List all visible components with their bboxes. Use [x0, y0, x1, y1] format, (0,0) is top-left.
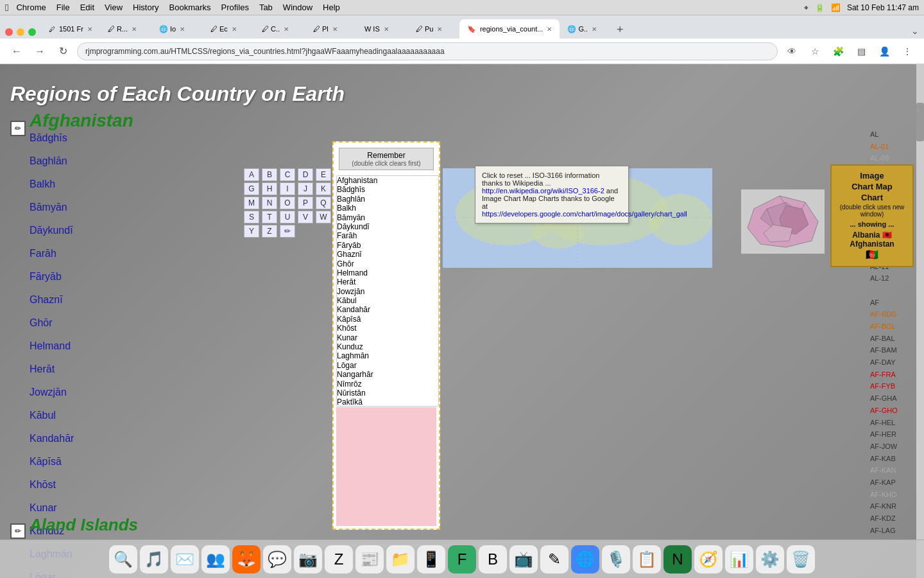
- alpha-n[interactable]: N: [262, 197, 277, 209]
- iso-af-kan[interactable]: AF-KAN: [870, 464, 921, 477]
- region-daykundi[interactable]: Dāykundī: [30, 225, 196, 236]
- tab-g[interactable]: 🌐 G.. ✕: [560, 19, 611, 39]
- tab-pl[interactable]: 🖊 Pl ✕: [305, 19, 357, 39]
- alpha-t[interactable]: T: [262, 211, 277, 223]
- iso-al-12[interactable]: AL-12: [870, 272, 921, 285]
- tab-c[interactable]: 🖊 C.. ✕: [254, 19, 305, 39]
- menu-bookmarks[interactable]: Bookmarks: [164, 3, 216, 12]
- dropdown-option-kandahar[interactable]: Kandahār: [337, 305, 438, 314]
- tab-close-8[interactable]: ✕: [437, 26, 442, 33]
- edit-icon-top[interactable]: ✏: [10, 121, 26, 136]
- alpha-c[interactable]: C: [280, 168, 295, 181]
- iso-af-knr[interactable]: AF-KNR: [870, 500, 921, 512]
- alpha-g[interactable]: G: [244, 182, 259, 195]
- iso-af-bam[interactable]: AF-BAM: [870, 344, 921, 356]
- region-faryab[interactable]: Fāryāb: [30, 271, 196, 283]
- dropdown-option-jowzjan[interactable]: Jowzjān: [337, 287, 438, 296]
- tab-close-4[interactable]: ✕: [232, 26, 237, 33]
- dropdown-option-daykundi[interactable]: Dāykundī: [337, 222, 438, 231]
- region-badghis[interactable]: Bādghīs: [30, 132, 196, 144]
- iso-af-bal[interactable]: AF-BAL: [870, 333, 921, 345]
- dock-podcasts[interactable]: 🎙️: [602, 545, 630, 574]
- dock-filezilla[interactable]: F: [448, 545, 476, 574]
- dock-netnewswire[interactable]: 📰: [355, 545, 384, 574]
- iso-af-kap[interactable]: AF-KAP: [870, 477, 921, 489]
- iso-af-fra[interactable]: AF-FRA: [870, 369, 921, 381]
- close-window-btn[interactable]: [5, 28, 13, 36]
- dropdown-option-kabul[interactable]: Kābul: [337, 296, 438, 305]
- tab-regions[interactable]: 🔖 regions_via_count... ✕: [459, 19, 560, 39]
- dock-numbers[interactable]: N: [663, 545, 692, 574]
- dropdown-option-herat[interactable]: Herāt: [337, 277, 438, 286]
- alpha-d[interactable]: D: [298, 168, 313, 181]
- menu-help[interactable]: Help: [318, 3, 345, 12]
- iso-af-fyb[interactable]: AF-FYB: [870, 380, 921, 392]
- alpha-s[interactable]: S: [244, 211, 259, 223]
- iso-al[interactable]: AL: [870, 128, 921, 141]
- iso-af[interactable]: AF: [870, 297, 921, 309]
- iso-af-bdg[interactable]: AF-BDG: [870, 308, 921, 320]
- dropdown-option-ghazni[interactable]: Ghaznī: [337, 250, 438, 259]
- reload-button[interactable]: ↻: [54, 42, 72, 60]
- dock-bezel[interactable]: 📱: [417, 545, 445, 574]
- dropdown-option-farah[interactable]: Farāh: [337, 231, 438, 240]
- dock-zoom[interactable]: Z: [325, 545, 353, 574]
- dropdown-option-badghis[interactable]: Bādghīs: [337, 185, 438, 194]
- iso-af-lag[interactable]: AF-LAG: [870, 525, 921, 537]
- region-baghlan[interactable]: Baghlān: [30, 155, 196, 167]
- tab-close-6[interactable]: ✕: [332, 26, 338, 33]
- region-khost[interactable]: Khōst: [30, 479, 196, 491]
- dock-appletvplus[interactable]: 📺: [509, 545, 538, 574]
- iso-af-jow[interactable]: AF-JOW: [870, 441, 921, 453]
- tab-close-1[interactable]: ✕: [87, 26, 92, 33]
- new-tab-button[interactable]: +: [611, 21, 629, 39]
- region-ghor[interactable]: Ghōr: [30, 317, 196, 329]
- alpha-a[interactable]: A: [244, 168, 259, 181]
- iso-af-gho[interactable]: AF-GHO: [870, 405, 921, 417]
- iso-af-kab[interactable]: AF-KAB: [870, 453, 921, 465]
- sidebar-icon[interactable]: ▤: [852, 42, 870, 60]
- tab-close-7[interactable]: ✕: [384, 26, 389, 33]
- dropdown-option-nangarhar[interactable]: Nangarhār: [337, 370, 438, 379]
- alpha-y[interactable]: Y: [244, 225, 259, 238]
- alpha-k[interactable]: K: [316, 182, 331, 195]
- dropdown-option-balkh[interactable]: Balkh: [337, 204, 438, 213]
- region-kandahar[interactable]: Kandahār: [30, 433, 196, 444]
- menu-edit[interactable]: Edit: [75, 3, 99, 12]
- tab-1501fr[interactable]: 🖊 1501 Fr ✕: [41, 19, 100, 39]
- forward-button[interactable]: →: [31, 42, 49, 60]
- dropdown-option-faryab[interactable]: Fāryāb: [337, 241, 438, 250]
- alpha-v[interactable]: V: [298, 211, 313, 223]
- alpha-q[interactable]: Q: [316, 197, 331, 209]
- alpha-o[interactable]: O: [280, 197, 295, 209]
- dock-facetime[interactable]: 📷: [294, 545, 322, 574]
- menu-window[interactable]: Window: [278, 3, 318, 12]
- alpha-z[interactable]: Z: [262, 225, 277, 238]
- tab-is[interactable]: W IS ✕: [357, 19, 408, 39]
- iso-af-her[interactable]: AF-HER: [870, 428, 921, 441]
- tab-close-5[interactable]: ✕: [284, 26, 289, 33]
- dropdown-option-kunduz[interactable]: Kunduz: [337, 342, 438, 351]
- dock-bbedit[interactable]: B: [479, 545, 507, 574]
- bookmark-icon[interactable]: ☆: [806, 42, 824, 60]
- dock-scriptedit[interactable]: ✎: [540, 545, 569, 574]
- alpha-m[interactable]: M: [244, 197, 259, 209]
- dock-safari[interactable]: 🧭: [694, 545, 723, 574]
- dropdown-option-nuristan[interactable]: Nūristān: [337, 389, 438, 398]
- edit-icon-bottom[interactable]: ✏: [10, 523, 26, 539]
- region-balkh[interactable]: Balkh: [30, 179, 196, 190]
- scrollbar-thumb[interactable]: [916, 103, 924, 141]
- tab-close-9[interactable]: ✕: [592, 26, 597, 33]
- alpha-p[interactable]: P: [298, 197, 313, 209]
- region-kabul[interactable]: Kābul: [30, 410, 196, 421]
- tab-close-active[interactable]: ✕: [547, 26, 552, 33]
- dropdown-option-afghanistan[interactable]: Afghanistan: [337, 176, 438, 185]
- dock-contacts[interactable]: 👥: [201, 545, 230, 574]
- dropdown-option-kapisa[interactable]: Kāpīsā: [337, 315, 438, 324]
- tab-r[interactable]: 🖊 R... ✕: [100, 19, 151, 39]
- iso-al-09[interactable]: AL-09: [870, 152, 921, 164]
- tab-close-2[interactable]: ✕: [132, 26, 137, 33]
- region-kunar[interactable]: Kunar: [30, 502, 196, 514]
- dock-activity[interactable]: 📊: [725, 545, 753, 574]
- dropdown-option-logar[interactable]: Lōgar: [337, 361, 438, 370]
